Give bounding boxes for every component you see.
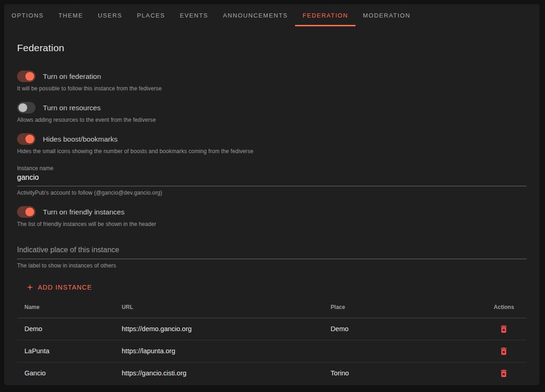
toggle-knob [25,135,34,143]
setting-federation: Turn on federation It will be possible t… [17,71,527,92]
resources-toggle-label: Turn on resources [43,104,101,112]
toggle-knob [25,72,34,81]
column-header-name: Name [17,297,114,318]
instance-place-hint: The label to show in instances of others [17,262,527,269]
tab-announcements[interactable]: ANNOUNCEMENTS [216,4,296,26]
tab-label: PLACES [137,12,165,19]
column-header-place: Place [323,297,481,318]
instance-place-input[interactable] [17,245,527,259]
hide-boosts-toggle[interactable] [17,133,36,145]
federation-hint: It will be possible to follow this insta… [17,85,527,92]
trash-icon [499,368,509,378]
resources-toggle[interactable] [17,102,36,113]
federation-toggle-label: Turn on federation [43,72,101,81]
setting-resources: Turn on resources Allows adding resource… [17,102,527,123]
tab-label: OPTIONS [12,12,44,19]
table-header-row: Name URL Place Actions [17,297,527,318]
delete-instance-button[interactable] [498,368,509,379]
delete-instance-button[interactable] [498,345,509,357]
tab-label: THEME [59,12,83,19]
instance-place-field: The label to show in instances of others [17,245,527,269]
instance-url-cell: https://demo.gancio.org [114,318,323,340]
friendly-instances-toggle-label: Turn on friendly instances [43,208,124,216]
instance-name-cell: Gancio [17,362,114,384]
instance-name-cell: LaPunta [17,340,114,362]
tab-moderation[interactable]: MODERATION [355,4,418,26]
trash-icon [499,324,509,334]
add-instance-label: ADD INSTANCE [38,284,92,291]
setting-friendly-instances: Turn on friendly instances The list of f… [17,206,527,227]
toggle-knob [25,208,34,216]
instance-url-cell: https://gancio.cisti.org [114,362,323,384]
instance-place-cell: Demo [323,318,481,340]
admin-card: OPTIONS THEME USERS PLACES EVENTS ANNOUN… [4,4,539,385]
instance-name-hint: ActivityPub's account to follow (@gancio… [17,190,527,196]
admin-page: { "colors": { "accent": "#ff7052", "dang… [0,0,545,392]
resources-hint: Allows adding resources to the event fro… [17,117,527,123]
column-header-url: URL [114,297,323,318]
hide-boosts-toggle-label: Hides boost/bookmarks [43,135,118,143]
instance-name-cell: Demo [17,318,114,340]
tab-theme[interactable]: THEME [51,4,91,26]
tab-federation[interactable]: FEDERATION [295,4,355,26]
instances-table: Name URL Place Actions Demo https://demo… [17,297,527,384]
instance-place-cell: Torino [323,362,481,384]
add-instance-button[interactable]: ADD INSTANCE [22,281,96,293]
tab-label: MODERATION [363,12,410,19]
setting-hide-boosts: Hides boost/bookmarks Hides the small ic… [17,133,527,154]
instance-name-input[interactable] [17,172,527,186]
toggle-knob [18,103,27,112]
instance-url-cell: https://lapunta.org [114,340,323,362]
tab-options[interactable]: OPTIONS [4,4,51,26]
page-title: Federation [17,42,527,53]
friendly-instances-hint: The list of friendly instances will be s… [17,221,527,227]
friendly-instances-toggle[interactable] [17,206,36,218]
instance-name-label: Instance name [17,165,527,172]
tab-label: EVENTS [180,12,208,19]
tab-label: ANNOUNCEMENTS [223,12,288,19]
tab-label: USERS [98,12,122,19]
tab-events[interactable]: EVENTS [172,4,216,26]
tab-label: FEDERATION [302,12,348,19]
instance-name-field: Instance name ActivityPub's account to f… [17,165,527,196]
column-header-actions: Actions [481,297,527,318]
instance-row: LaPunta https://lapunta.org [17,340,527,362]
instance-row: Gancio https://gancio.cisti.org Torino [17,362,527,384]
tab-places[interactable]: PLACES [130,4,172,26]
federation-panel: Federation Turn on federation It will be… [4,42,539,384]
plus-icon [26,283,34,291]
federation-toggle[interactable] [17,71,36,82]
admin-tabbar: OPTIONS THEME USERS PLACES EVENTS ANNOUN… [4,4,539,26]
tab-users[interactable]: USERS [90,4,130,26]
trash-icon [499,346,509,356]
delete-instance-button[interactable] [498,323,509,335]
instance-place-cell [323,340,481,362]
instance-row: Demo https://demo.gancio.org Demo [17,318,527,340]
hide-boosts-hint: Hides the small icons showing the number… [17,148,527,154]
